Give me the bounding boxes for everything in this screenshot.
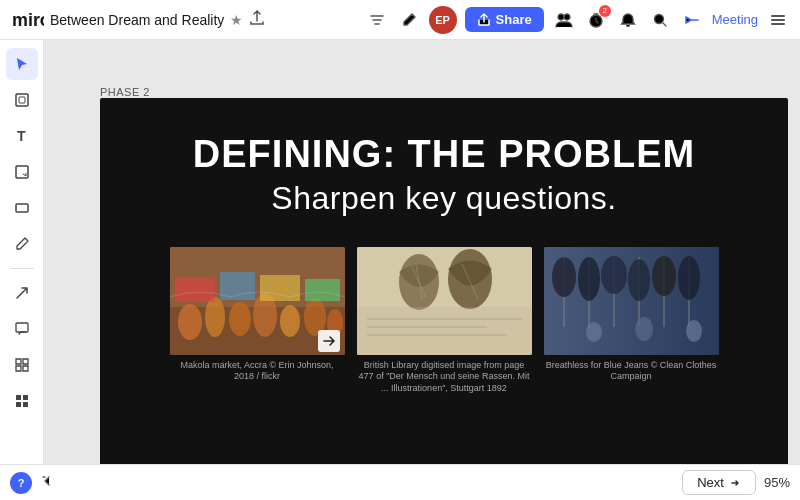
canvas-area: PHASE 2 DEFINING: THE PROBLEM Sharpen ke… [44,40,800,464]
topbar-right: EP Share 2 Meeting [365,6,790,34]
svg-rect-33 [305,279,340,301]
timer-icon[interactable]: 2 [584,8,608,32]
svg-text:miro: miro [12,10,44,30]
help-button[interactable]: ? [10,472,32,494]
svg-point-23 [178,304,202,340]
frames-tool[interactable] [6,84,38,116]
svg-rect-5 [771,15,785,17]
avatar[interactable]: EP [429,6,457,34]
svg-rect-42 [357,307,532,355]
svg-point-27 [280,305,300,337]
bottom-bar: ? Next 95% [0,464,800,500]
svg-rect-14 [16,395,21,400]
apps-tool[interactable] [6,385,38,417]
svg-rect-17 [23,402,28,407]
svg-rect-7 [771,23,785,25]
filter-icon[interactable] [365,8,389,32]
svg-rect-13 [16,323,28,332]
svg-point-24 [205,297,225,337]
image-card-library: British Library digitised image from pag… [357,247,532,395]
market-caption: Makola market, Accra © Erin Johnson, 201… [170,360,345,383]
separator [10,268,34,269]
slide-subtitle: Sharpen key questions. [100,180,788,217]
search-icon[interactable] [648,8,672,32]
share-button[interactable]: Share [465,7,544,32]
svg-point-56 [601,256,627,294]
slide-frame[interactable]: DEFINING: THE PROBLEM Sharpen key questi… [100,98,788,464]
collaboration-icon[interactable] [552,8,576,32]
top-bar: miro Between Dream and Reality ★ EP Shar… [0,0,800,40]
left-toolbar: T [0,40,44,500]
timer-badge: 2 [599,5,611,17]
shape-tool[interactable] [6,192,38,224]
bottom-left: ? [10,472,54,494]
meeting-icon[interactable] [680,8,704,32]
zoom-level: 95% [764,475,790,490]
svg-rect-6 [771,19,785,21]
image-card-market: Makola market, Accra © Erin Johnson, 201… [170,247,345,395]
next-button[interactable]: Next [682,470,756,495]
svg-rect-12 [16,204,28,212]
svg-point-25 [229,302,251,336]
svg-rect-30 [175,277,215,302]
factory-image[interactable] [544,247,719,355]
svg-point-1 [558,14,564,20]
sticky-note-tool[interactable] [6,156,38,188]
svg-point-54 [552,257,576,297]
miro-logo: miro [10,2,46,38]
board-menu-icon[interactable] [766,8,790,32]
next-label: Next [697,475,724,490]
meeting-label: Meeting [712,12,758,27]
svg-point-59 [678,256,700,300]
factory-caption: Breathless for Blue Jeans © Clean Clothe… [544,360,719,383]
collapse-panel-button[interactable] [40,474,54,491]
market-image[interactable] [170,247,345,355]
library-image[interactable] [357,247,532,355]
bottom-right: Next 95% [682,470,790,495]
star-icon[interactable]: ★ [230,12,243,28]
board-title: Between Dream and Reality [50,12,224,28]
svg-point-57 [628,259,650,301]
images-row: Makola market, Accra © Erin Johnson, 201… [100,247,788,395]
svg-point-61 [635,317,653,341]
library-caption: British Library digitised image from pag… [357,360,532,395]
pen-tool[interactable] [6,228,38,260]
grid-tool[interactable] [6,349,38,381]
select-tool[interactable] [6,48,38,80]
svg-rect-15 [23,395,28,400]
slide-title: DEFINING: THE PROBLEM [100,98,788,176]
svg-point-55 [578,257,600,301]
svg-rect-8 [16,94,28,106]
svg-point-58 [652,256,676,296]
arrow-tool[interactable] [6,277,38,309]
svg-rect-9 [19,97,25,103]
image-card-factory: Breathless for Blue Jeans © Clean Clothe… [544,247,719,395]
text-tool[interactable]: T [6,120,38,152]
svg-point-4 [654,14,663,23]
notifications-icon[interactable] [616,8,640,32]
svg-rect-16 [16,402,21,407]
svg-point-62 [686,320,702,342]
pencil-icon[interactable] [397,8,421,32]
phase-label: PHASE 2 [100,86,150,98]
svg-text:T: T [17,128,26,144]
svg-point-60 [586,322,602,342]
comment-tool[interactable] [6,313,38,345]
svg-point-2 [564,14,570,20]
upload-icon[interactable] [249,10,265,29]
svg-rect-32 [260,275,300,301]
